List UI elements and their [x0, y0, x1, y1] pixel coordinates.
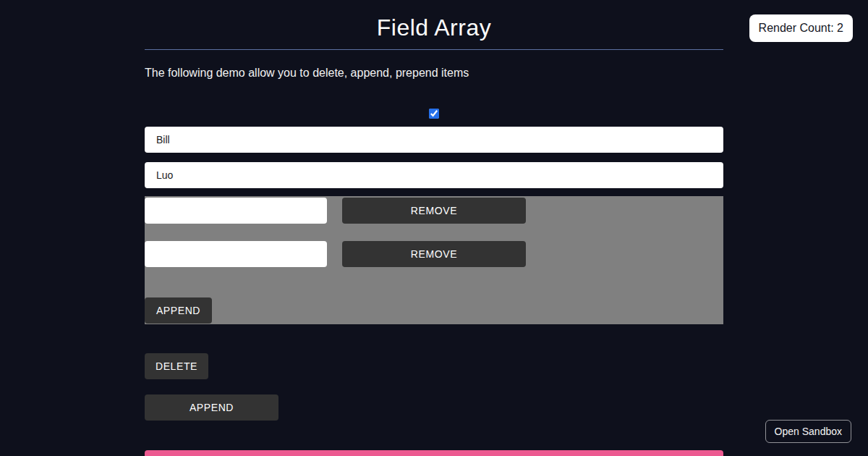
- checkbox-row: [145, 109, 723, 119]
- title-divider: [145, 49, 723, 50]
- page-title: Field Array: [145, 0, 723, 41]
- open-sandbox-button[interactable]: Open Sandbox: [765, 420, 851, 443]
- main-content: Field Array The following demo allow you…: [145, 0, 723, 456]
- field-array-row: REMOVE: [145, 198, 723, 224]
- delete-button[interactable]: DELETE: [145, 353, 208, 379]
- remove-button[interactable]: REMOVE: [342, 241, 526, 267]
- field-array-input[interactable]: [145, 198, 327, 224]
- render-count-badge: Render Count: 2: [749, 14, 853, 42]
- append-button[interactable]: APPEND: [145, 394, 278, 421]
- append-inline-button[interactable]: APPEND: [145, 297, 212, 324]
- remove-button[interactable]: REMOVE: [342, 198, 526, 224]
- last-name-input[interactable]: [145, 162, 723, 188]
- field-array-panel: REMOVE REMOVE APPEND: [145, 196, 723, 324]
- field-array-row: REMOVE: [145, 241, 723, 267]
- field-array-input[interactable]: [145, 241, 327, 267]
- page-subtitle: The following demo allow you to delete, …: [145, 67, 723, 80]
- first-name-input[interactable]: [145, 127, 723, 153]
- submit-button[interactable]: [145, 450, 723, 456]
- demo-checkbox[interactable]: [429, 109, 439, 119]
